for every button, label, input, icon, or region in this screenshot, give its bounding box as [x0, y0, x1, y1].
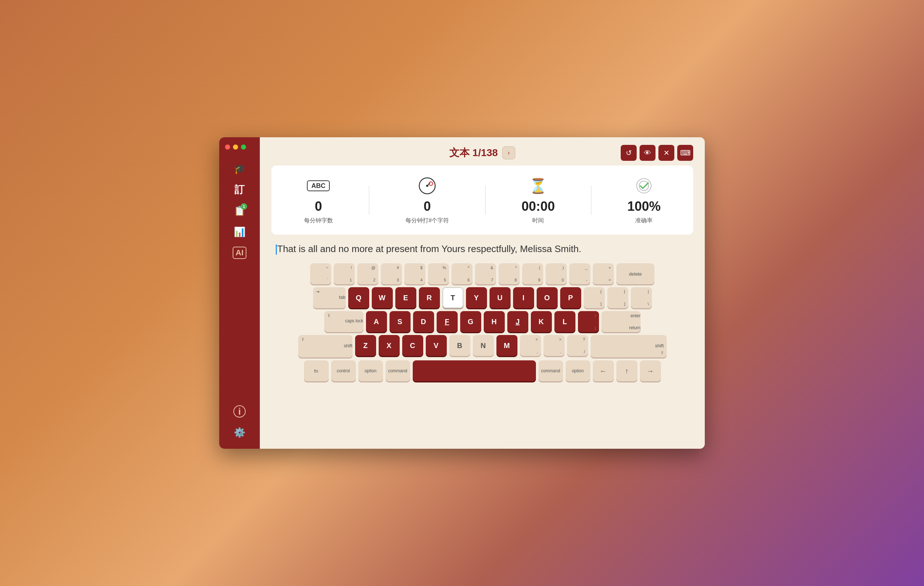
- stat-divider-2: [485, 186, 485, 215]
- keyboard-button[interactable]: ⌨: [677, 145, 693, 161]
- key-d[interactable]: D: [413, 311, 434, 332]
- key-delete[interactable]: delete: [616, 263, 654, 284]
- key-period[interactable]: >.: [543, 335, 564, 356]
- undo-button[interactable]: ↺: [621, 145, 637, 161]
- key-7[interactable]: &7: [475, 263, 496, 284]
- key-command-right[interactable]: command: [538, 360, 563, 381]
- key-5[interactable]: %5: [428, 263, 449, 284]
- close-x-button[interactable]: ✕: [658, 145, 674, 161]
- key-bracket-right[interactable]: }]: [607, 287, 628, 308]
- key-fn[interactable]: fn: [304, 360, 328, 381]
- key-arrow-left[interactable]: ←: [593, 360, 614, 381]
- sidebar: 🎓 訂 📋 1 📊 AI i ⚙️: [219, 137, 260, 449]
- sidebar-item-clipboard[interactable]: 📋 1: [231, 202, 249, 220]
- key-2[interactable]: @2: [357, 263, 378, 284]
- key-tilde[interactable]: ~`: [310, 263, 331, 284]
- key-f[interactable]: F: [437, 311, 458, 332]
- speedometer-icon: [418, 176, 437, 195]
- key-h[interactable]: H: [484, 311, 505, 332]
- key-m[interactable]: M: [497, 335, 517, 356]
- page-title: 文本 1/138: [449, 146, 498, 160]
- key-k[interactable]: K: [531, 311, 552, 332]
- keyboard-row-2: ⇥tab Q W E R T Y U I O P {[ }] |\: [271, 287, 693, 308]
- key-slash[interactable]: ?/: [567, 335, 588, 356]
- stat-cpm: 0 每分钟打#个字符: [406, 176, 449, 225]
- window-controls: [219, 145, 246, 150]
- key-8[interactable]: *8: [498, 263, 520, 284]
- wpm-icon: ABC: [307, 176, 330, 196]
- key-shift-right[interactable]: shift⇧: [591, 335, 667, 357]
- sidebar-item-info[interactable]: i: [231, 402, 249, 420]
- ai-icon: AI: [233, 247, 246, 259]
- key-g[interactable]: G: [460, 311, 481, 332]
- stat-time: ⏳ 00:00 时间: [521, 176, 555, 225]
- key-caps-lock[interactable]: ⇪caps lock: [324, 311, 363, 332]
- key-o[interactable]: O: [537, 287, 558, 308]
- sidebar-item-settings[interactable]: ⚙️: [231, 423, 249, 441]
- key-u[interactable]: U: [490, 287, 511, 308]
- key-v[interactable]: V: [426, 335, 447, 356]
- key-backslash[interactable]: |\: [631, 287, 652, 308]
- key-i[interactable]: I: [513, 287, 534, 308]
- key-comma[interactable]: <,: [520, 335, 541, 356]
- sidebar-item-graduation[interactable]: 🎓: [231, 160, 249, 178]
- close-button[interactable]: [225, 145, 230, 150]
- key-a[interactable]: A: [366, 311, 387, 332]
- toolbar: ↺ 👁 ✕ ⌨: [621, 145, 693, 161]
- stat-accuracy: 100% 准确率: [627, 176, 660, 225]
- key-tab[interactable]: ⇥tab: [313, 287, 346, 308]
- key-space[interactable]: [413, 360, 536, 381]
- graduation-cap-icon: 🎓: [234, 163, 245, 174]
- key-t[interactable]: T: [442, 287, 464, 308]
- sidebar-item-ai[interactable]: AI: [231, 244, 249, 262]
- key-e[interactable]: E: [395, 287, 416, 308]
- wpm-label: 每分钟字数: [304, 217, 333, 225]
- key-semicolon[interactable]: :;: [578, 311, 599, 332]
- key-n[interactable]: N: [473, 335, 494, 356]
- key-j[interactable]: J: [507, 311, 528, 332]
- key-q[interactable]: Q: [348, 287, 369, 308]
- key-x[interactable]: X: [379, 335, 400, 356]
- maximize-button[interactable]: [241, 145, 246, 150]
- key-p[interactable]: P: [560, 287, 581, 308]
- title-area: 文本 1/138 ›: [449, 146, 515, 160]
- key-z[interactable]: Z: [355, 335, 376, 356]
- key-option-right[interactable]: option: [566, 360, 590, 381]
- sidebar-item-chart[interactable]: 📊: [231, 223, 249, 241]
- time-icon: ⏳: [529, 176, 547, 196]
- key-9[interactable]: (9: [522, 263, 543, 284]
- key-control[interactable]: control: [331, 360, 356, 381]
- chart-icon: 📊: [234, 226, 245, 238]
- next-text-button[interactable]: ›: [502, 146, 515, 160]
- accuracy-label: 准确率: [635, 217, 653, 225]
- minimize-button[interactable]: [233, 145, 238, 150]
- key-c[interactable]: C: [402, 335, 423, 356]
- key-minus[interactable]: _-: [569, 263, 590, 284]
- key-bracket-left[interactable]: {[: [584, 287, 605, 308]
- key-s[interactable]: S: [389, 311, 411, 332]
- key-equals[interactable]: +=: [593, 263, 614, 284]
- cpm-value: 0: [424, 199, 431, 214]
- key-arrow-right[interactable]: →: [640, 360, 661, 381]
- key-6[interactable]: ^6: [452, 263, 472, 284]
- key-w[interactable]: W: [372, 287, 393, 308]
- key-l[interactable]: L: [554, 311, 576, 332]
- keyboard: ~` !1 @2 #3 $4 %5 ^6 &7 *8 (9 )0 _- += d…: [271, 263, 693, 441]
- key-command-left[interactable]: command: [386, 360, 410, 381]
- key-4[interactable]: $4: [404, 263, 426, 284]
- eye-icon: 👁: [644, 149, 651, 157]
- key-0[interactable]: )0: [546, 263, 567, 284]
- key-b[interactable]: B: [449, 335, 470, 356]
- key-option-left[interactable]: option: [358, 360, 383, 381]
- key-enter[interactable]: enterreturn: [602, 311, 641, 332]
- preview-button[interactable]: 👁: [640, 145, 655, 161]
- cpm-label: 每分钟打#个字符: [406, 217, 449, 225]
- key-1[interactable]: !1: [334, 263, 355, 284]
- key-r[interactable]: R: [419, 287, 440, 308]
- key-arrow-up[interactable]: ↑: [616, 360, 637, 381]
- key-3[interactable]: #3: [381, 263, 402, 284]
- stat-divider-3: [591, 186, 591, 215]
- sidebar-item-text-edit[interactable]: 訂: [231, 181, 249, 199]
- key-shift-left[interactable]: ⇧shift: [298, 335, 353, 357]
- key-y[interactable]: Y: [466, 287, 487, 308]
